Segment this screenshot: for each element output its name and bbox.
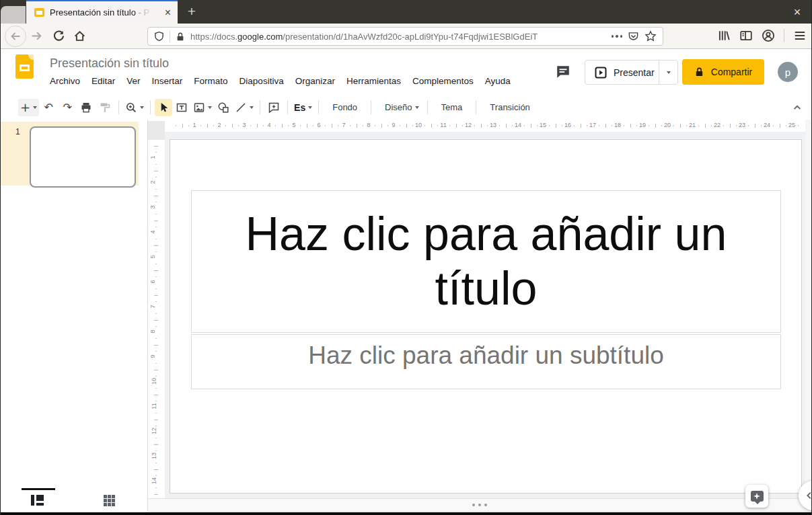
layout-label: Diseño [385,102,412,112]
account-icon[interactable] [762,29,775,42]
menu-herramientas[interactable]: Herramientas [346,76,401,86]
chevron-down-icon [667,71,671,74]
menu-organizar[interactable]: Organizar [295,76,335,86]
chevron-down-icon[interactable] [140,106,144,109]
zoom-magnifier-icon [125,102,137,114]
slide-thumbnail[interactable] [30,126,136,188]
input-tools-label: Es [294,102,305,113]
toolbar-divider [318,100,319,114]
back-button[interactable] [5,26,26,47]
ruler-vertical: 1234567891011121314 [148,132,165,498]
reload-button[interactable] [52,30,65,42]
browser-window: Presentación sin título - P × + × https:… [0,0,812,515]
home-button[interactable] [73,30,86,42]
share-lock-icon [694,67,704,77]
sidebar-icon[interactable] [739,29,753,42]
share-button[interactable]: Compartir [682,59,764,85]
forward-button[interactable] [30,30,43,42]
paint-roller-icon [99,102,111,114]
toolbar-divider [118,100,119,114]
shape-icon [217,102,229,114]
pocket-icon[interactable] [628,31,639,42]
speaker-notes-divider[interactable] [148,498,811,512]
document-title[interactable]: Presentación sin título [50,56,169,71]
home-icon [73,30,86,42]
redo-button[interactable]: ↷ [58,99,77,116]
menu-hamburger-icon[interactable] [793,29,807,42]
lock-icon[interactable] [176,32,185,42]
background-button[interactable]: Fondo [323,99,367,116]
browser-navbar: https://docs.google.com/presentation/d/1… [1,24,811,49]
insert-shape-button[interactable] [214,99,233,116]
bookmark-star-icon[interactable] [644,30,657,42]
select-tool-button[interactable] [155,99,172,116]
paint-format-button[interactable] [96,99,114,116]
slide-row-selected[interactable]: 1 [1,122,139,186]
print-button[interactable] [77,99,96,116]
menu-editar[interactable]: Editar [91,76,115,86]
menu-insertar[interactable]: Insertar [152,76,183,86]
insert-comment-button[interactable] [264,99,283,116]
comments-button[interactable] [555,65,573,81]
present-button[interactable]: Presentar [585,60,678,85]
title-placeholder[interactable]: Haz clic para añadir un título [191,190,781,333]
slide-page[interactable]: Haz clic para añadir un título Haz clic … [170,139,802,493]
grid-view-button[interactable] [104,495,115,506]
transition-button[interactable]: Transición [480,99,539,116]
undo-button[interactable]: ↶ [39,99,58,116]
image-icon [193,102,205,114]
theme-button[interactable]: Tema [432,99,472,116]
present-main[interactable]: Presentar [585,67,659,79]
url-bar[interactable]: https://docs.google.com/presentation/d/1… [147,27,663,46]
chevron-down-icon[interactable] [308,106,312,109]
new-slide-button[interactable]: + [18,99,39,116]
library-icon[interactable] [717,29,731,42]
window-bottom-border [1,512,811,515]
menu-bar: Archivo Editar Ver Insertar Formato Diap… [50,76,511,86]
menu-ayuda[interactable]: Ayuda [485,76,511,86]
slides-header: Presentación sin título Archivo Editar V… [1,49,811,95]
hide-menus-button[interactable] [792,102,803,113]
chevron-down-icon[interactable] [250,106,254,109]
menu-diapositiva[interactable]: Diapositiva [239,76,284,86]
cursor-icon [158,102,170,113]
browser-tab[interactable]: Presentación sin título - P × [26,0,178,24]
account-avatar[interactable]: p [778,62,798,82]
explore-button[interactable] [745,485,768,508]
forward-arrow-icon [30,30,43,42]
menu-archivo[interactable]: Archivo [50,76,80,86]
plus-icon: + [20,102,30,114]
chevron-up-icon [792,102,803,113]
chevron-down-icon[interactable] [208,106,212,109]
tab-close-icon[interactable]: × [163,7,172,18]
insert-image-button[interactable] [191,99,214,116]
slide-canvas[interactable]: Haz clic para añadir un título Haz clic … [165,132,805,498]
zoom-button[interactable] [123,99,146,116]
menu-ver[interactable]: Ver [126,76,140,86]
undo-icon: ↶ [44,102,52,113]
tracking-shield-icon[interactable] [154,31,164,42]
menu-formato[interactable]: Formato [194,76,227,86]
menu-complementos[interactable]: Complementos [412,76,474,86]
share-label: Compartir [711,67,752,77]
titlebar-spacer [1,6,26,24]
ruler-corner [148,121,165,140]
input-tools-button[interactable]: Es [292,99,314,116]
navbar-divider [784,29,784,42]
present-dropdown[interactable] [659,61,677,84]
active-view-indicator [22,488,55,490]
page-actions-icon[interactable] [612,35,623,38]
subtitle-placeholder[interactable]: Haz clic para añadir un subtítulo [191,334,781,389]
layout-button[interactable]: Diseño [375,99,422,116]
chevron-down-icon[interactable] [33,106,37,109]
slide-number: 1 [15,127,20,136]
insert-line-button[interactable] [233,99,256,116]
window-close-button[interactable]: × [789,4,805,20]
new-tab-button[interactable]: + [183,3,200,20]
url-text[interactable]: https://docs.google.com/presentation/d/1… [190,32,606,42]
toolbar-divider [427,100,428,114]
slides-logo-icon[interactable] [15,54,34,79]
text-box-button[interactable] [172,99,191,116]
filmstrip-view-button[interactable] [31,495,44,506]
filmstrip-panel: 1 [1,120,148,512]
